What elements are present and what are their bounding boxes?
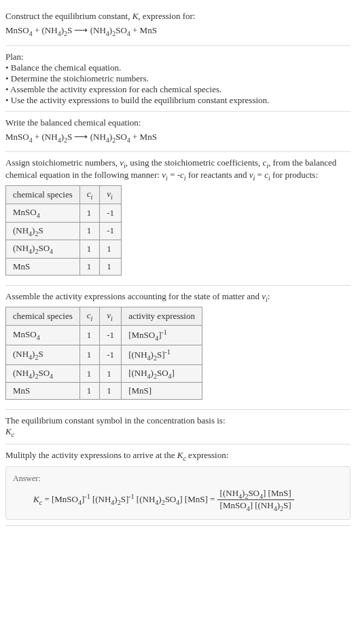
table-cell: -1 [100, 204, 122, 222]
plan-title: Plan: [5, 52, 351, 62]
activity-intro: Assemble the activity expressions accoun… [5, 291, 351, 303]
header-equation: MnSO4 + (NH4)2S ⟶ (NH4)2SO4 + MnS [5, 24, 351, 37]
plan-item: • Balance the chemical equation. [5, 62, 351, 73]
table-cell: 1 [100, 258, 122, 275]
table-header: ci [79, 307, 100, 326]
table-cell: [(NH4)2S]-1 [122, 345, 202, 364]
answer-fraction: [(NH4)2SO4] [MnS] [MnSO4] [(NH4)2S] [217, 488, 294, 512]
answer-label: Answer: [13, 474, 343, 484]
table-header-row: chemical species ci νi activity expressi… [6, 307, 202, 326]
header-text: Construct the equilibrium constant, K, e… [5, 11, 351, 22]
table-cell: -1 [100, 345, 122, 364]
table-cell: 1 [100, 240, 122, 259]
fraction-numerator: [(NH4)2SO4] [MnS] [217, 488, 294, 501]
activity-section: Assemble the activity expressions accoun… [5, 286, 351, 411]
table-row: MnS 1 1 [6, 258, 122, 275]
table-cell: 1 [79, 222, 100, 240]
table-row: MnSO4 1 -1 [MnSO4]-1 [6, 325, 202, 345]
balanced-equation: MnSO4 + (NH4)2S ⟶ (NH4)2SO4 + MnS [5, 131, 351, 144]
table-cell: [MnS] [122, 383, 202, 400]
stoich-section: Assign stoichiometric numbers, νi, using… [5, 152, 351, 286]
plan-item: • Determine the stoichiometric numbers. [5, 73, 351, 84]
table-cell: (NH4)2SO4 [6, 364, 80, 383]
table-cell: [MnSO4]-1 [122, 325, 202, 345]
table-header-row: chemical species ci νi [6, 186, 122, 204]
table-header: ci [79, 186, 100, 204]
answer-equation: Kc = [MnSO4]-1 [(NH4)2S]-1 [(NH4)2SO4] [… [13, 488, 343, 512]
table-row: (NH4)2S 1 -1 [(NH4)2S]-1 [6, 345, 202, 364]
table-row: (NH4)2S 1 -1 [6, 222, 122, 240]
table-cell: (NH4)2S [6, 222, 80, 240]
stoich-table: chemical species ci νi MnSO4 1 -1 (NH4)2… [5, 185, 122, 275]
activity-table: chemical species ci νi activity expressi… [5, 307, 202, 400]
table-cell: 1 [79, 204, 100, 222]
table-row: (NH4)2SO4 1 1 [6, 240, 122, 259]
table-header: νi [100, 307, 122, 326]
multiply-text: Mulitply the activity expressions to arr… [5, 450, 351, 462]
table-cell: 1 [79, 325, 100, 345]
table-row: MnSO4 1 -1 [6, 204, 122, 222]
table-cell: 1 [79, 364, 100, 383]
fraction-denominator: [MnSO4] [(NH4)2S] [217, 500, 294, 512]
table-header: activity expression [122, 307, 202, 326]
table-cell: (NH4)2S [6, 345, 80, 364]
table-cell: MnSO4 [6, 325, 80, 345]
table-cell: 1 [79, 383, 100, 400]
table-row: MnS 1 1 [MnS] [6, 383, 202, 400]
table-cell: -1 [100, 222, 122, 240]
header-section: Construct the equilibrium constant, K, e… [5, 5, 351, 46]
table-cell: [(NH4)2SO4] [122, 364, 202, 383]
table-header: chemical species [6, 186, 80, 204]
table-cell: 1 [79, 345, 100, 364]
table-cell: -1 [100, 325, 122, 345]
symbol-section: The equilibrium constant symbol in the c… [5, 410, 351, 444]
plan-item: • Assemble the activity expression for e… [5, 84, 351, 95]
table-cell: 1 [100, 383, 122, 400]
multiply-section: Mulitply the activity expressions to arr… [5, 444, 351, 526]
table-cell: 1 [100, 364, 122, 383]
table-header: νi [100, 186, 122, 204]
table-cell: 1 [79, 258, 100, 275]
plan-item: • Use the activity expressions to build … [5, 95, 351, 106]
balanced-title: Write the balanced chemical equation: [5, 117, 351, 128]
symbol-value: Kc [5, 426, 351, 438]
table-header: chemical species [6, 307, 80, 326]
plan-section: Plan: • Balance the chemical equation. •… [5, 46, 351, 112]
table-cell: MnS [6, 383, 80, 400]
balanced-section: Write the balanced chemical equation: Mn… [5, 112, 351, 153]
table-cell: (NH4)2SO4 [6, 240, 80, 259]
symbol-text: The equilibrium constant symbol in the c… [5, 415, 351, 426]
table-cell: 1 [79, 240, 100, 259]
stoich-intro: Assign stoichiometric numbers, νi, using… [5, 157, 351, 181]
table-cell: MnS [6, 258, 80, 275]
table-row: (NH4)2SO4 1 1 [(NH4)2SO4] [6, 364, 202, 383]
answer-box: Answer: Kc = [MnSO4]-1 [(NH4)2S]-1 [(NH4… [5, 466, 351, 520]
table-cell: MnSO4 [6, 204, 80, 222]
